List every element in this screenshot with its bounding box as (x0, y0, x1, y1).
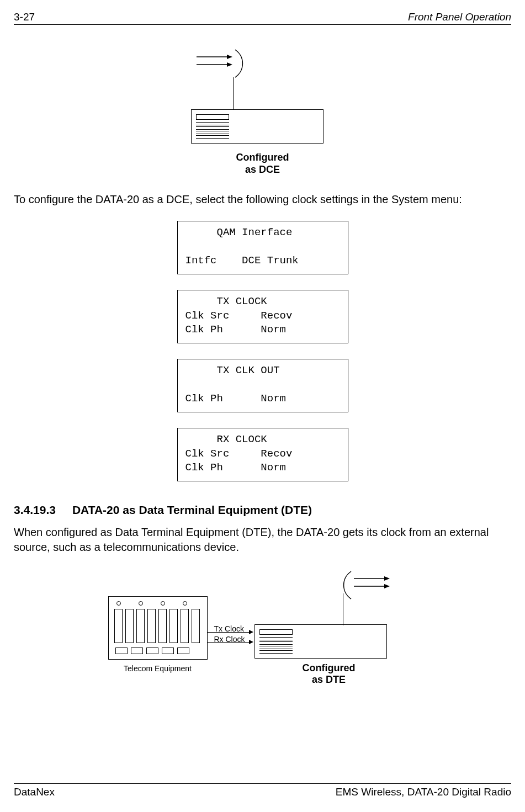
data20-device-box (254, 624, 387, 659)
rx-clock-label: Rx Clock (214, 635, 245, 644)
device-box (191, 109, 324, 144)
page-header: 3-27 Front Panel Operation (14, 11, 511, 25)
footer-left: DataNex (14, 786, 55, 798)
paragraph-configure-dce: To configure the DATA-20 as a DCE, selec… (14, 192, 511, 207)
antenna-icon (194, 47, 260, 80)
dte-caption-line1: Configured (303, 662, 356, 673)
footer-right: EMS Wireless, DATA-20 Digital Radio (336, 786, 511, 798)
device-vents (196, 135, 229, 139)
dce-caption: Configured as DCE (194, 152, 332, 176)
subheading-dte: 3.4.19.3 DATA-20 as Data Terminal Equipm… (14, 503, 511, 517)
device-vents (196, 131, 229, 134)
svg-marker-1 (227, 55, 232, 59)
page-footer: DataNex EMS Wireless, DATA-20 Digital Ra… (14, 783, 511, 798)
paragraph-dte: When configured as Data Terminal Equipme… (14, 525, 511, 555)
device-vents (259, 646, 293, 649)
svg-marker-3 (227, 62, 232, 67)
rx-arrow-head (249, 640, 253, 644)
dte-caption-line2: as DTE (312, 674, 346, 685)
subheading-title: DATA-20 as Data Terminal Equipment (DTE) (72, 503, 312, 517)
device-vents (196, 126, 229, 130)
telecom-equipment-box (108, 596, 208, 660)
page-container: 3-27 Front Panel Operation Configured as (0, 0, 525, 812)
device-vents (259, 637, 293, 640)
antenna-icon-dte (326, 569, 393, 602)
svg-marker-5 (384, 576, 390, 581)
antenna-stem (233, 77, 234, 110)
device-slot (196, 114, 229, 120)
header-section-title: Front Panel Operation (408, 11, 511, 23)
device-vents (196, 122, 229, 125)
lcd-box-tx-clk-out: TX CLK OUT Clk Ph Norm (177, 359, 348, 412)
dce-caption-line2: as DCE (245, 164, 280, 175)
subheading-number: 3.4.19.3 (14, 503, 56, 517)
device-vents (259, 650, 293, 654)
lcd-menu-stack: QAM Inerface Intfc DCE Trunk TX CLOCK Cl… (14, 221, 511, 481)
diagram-dte: Telecom Equipment Tx Clock Rx Clock Conf… (108, 571, 417, 687)
lcd-box-rx-clock: RX CLOCK Clk Src Recov Clk Ph Norm (177, 428, 348, 481)
device-vents (259, 641, 293, 645)
device-slot (259, 629, 293, 635)
svg-marker-7 (384, 584, 390, 588)
lcd-box-qam-interface: QAM Inerface Intfc DCE Trunk (177, 221, 348, 274)
dce-caption-line1: Configured (236, 152, 289, 163)
page-number: 3-27 (14, 11, 35, 23)
lcd-box-tx-clock: TX CLOCK Clk Src Recov Clk Ph Norm (177, 290, 348, 343)
dte-caption: Configured as DTE (290, 662, 368, 686)
tx-arrow-head (249, 630, 253, 634)
tx-clock-label: Tx Clock (214, 624, 244, 633)
telecom-caption: Telecom Equipment (108, 664, 208, 673)
diagram-dce (194, 47, 332, 144)
